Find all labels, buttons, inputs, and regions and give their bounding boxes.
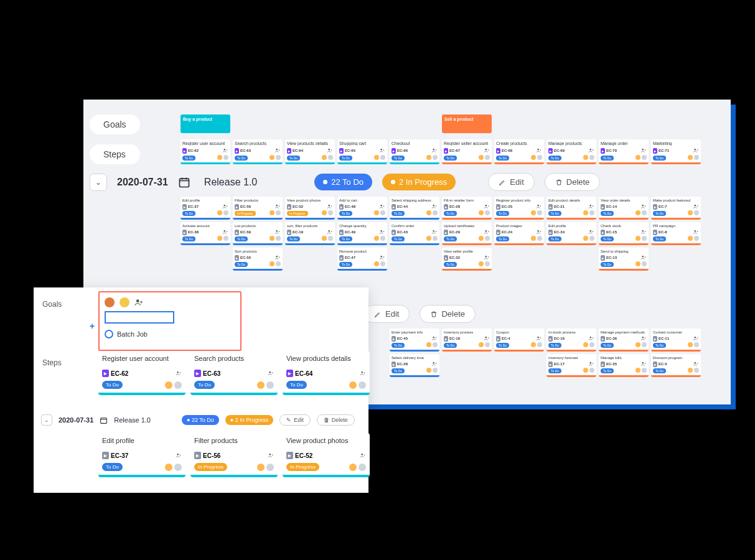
task-card[interactable]: Select delivery time▸EC-28To Do bbox=[390, 354, 439, 377]
goal-card-buy[interactable]: Buy a product bbox=[181, 114, 230, 133]
add-assignee-icon[interactable] bbox=[134, 298, 143, 307]
edit-button-2[interactable]: Edit bbox=[363, 305, 410, 323]
task-card[interactable]: Edit product details▸EC-21To Do bbox=[546, 197, 596, 220]
task-card[interactable]: Activate account▸EC-38To Do bbox=[181, 222, 230, 245]
task-card[interactable]: Manage bills▸EC-35To Do bbox=[599, 354, 649, 377]
inprogress-count-pill[interactable]: 2 In Progress bbox=[382, 174, 456, 190]
delete-button-front[interactable]: 🗑 Delete bbox=[317, 414, 355, 426]
task-card[interactable]: List products▸EC-59To Do bbox=[233, 222, 283, 245]
svg-point-22 bbox=[276, 230, 278, 232]
svg-point-52 bbox=[362, 454, 363, 455]
step-card[interactable]: View products details▸EC-64To Do bbox=[285, 139, 335, 164]
svg-point-41 bbox=[433, 362, 435, 364]
task-card[interactable]: View product photos▸EC-52In Progress bbox=[285, 197, 335, 220]
task-card[interactable]: Product images▸EC-24To Do bbox=[494, 222, 544, 245]
task-card[interactable]: Send to shipping▸EC-13To Do bbox=[599, 248, 649, 271]
edit-button-front[interactable]: ✎ Edit bbox=[279, 414, 311, 426]
step-card[interactable]: Manage products▸EC-69To Do bbox=[546, 139, 596, 164]
task-card[interactable]: Confirm order▸EC-43To Do bbox=[390, 222, 439, 245]
step-card-front[interactable]: Search products▸EC-63To Do bbox=[190, 351, 278, 395]
task-card[interactable]: Register product info▸EC-25To Do bbox=[494, 197, 544, 220]
step-card[interactable]: Manage order▸EC-70To Do bbox=[599, 139, 649, 164]
todo-pill-front[interactable]: ● 22 To Do bbox=[182, 415, 219, 425]
task-card-front[interactable]: Edit profile▸EC-37To Do bbox=[98, 433, 185, 477]
step-card-front[interactable]: View products details▸EC-64To Do bbox=[283, 351, 370, 395]
add-goal-icon[interactable]: + bbox=[90, 321, 95, 331]
svg-point-27 bbox=[538, 230, 540, 232]
svg-point-16 bbox=[485, 205, 487, 207]
svg-point-38 bbox=[590, 337, 592, 338]
svg-point-1 bbox=[276, 149, 278, 151]
steps-row: Register user account▸EC-62To Do Search … bbox=[181, 139, 701, 164]
svg-point-0 bbox=[224, 149, 226, 151]
gear-icon bbox=[105, 330, 113, 338]
task-card[interactable]: Inventory process▸EC-18To Do bbox=[442, 329, 492, 352]
svg-point-4 bbox=[433, 149, 435, 151]
svg-point-25 bbox=[433, 230, 435, 232]
task-card[interactable]: Edit profile▸EC-34To Do bbox=[546, 222, 596, 245]
release-name: Release 1.0 bbox=[204, 177, 257, 188]
todo-count-pill[interactable]: 22 To Do bbox=[314, 174, 372, 190]
task-card[interactable]: Remove product▸EC-47To Do bbox=[337, 248, 387, 271]
release-name-front: Release 1.0 bbox=[114, 416, 151, 424]
collapse-toggle-front[interactable]: ⌄ bbox=[41, 414, 52, 426]
task-card[interactable]: Coupon▸EC-4To Do bbox=[494, 329, 544, 352]
calendar-icon[interactable] bbox=[178, 176, 190, 189]
assign-popup: Batch Job bbox=[98, 291, 242, 351]
task-card[interactable]: Filter products▸EC-56In Progress bbox=[233, 197, 283, 220]
task-card[interactable]: PR campaign▸EC-8To Do bbox=[651, 222, 701, 245]
svg-point-45 bbox=[136, 299, 139, 302]
calendar-icon-front[interactable] bbox=[100, 416, 108, 424]
task-card[interactable]: In-stock process▸EC-16To Do bbox=[546, 329, 596, 352]
step-card[interactable]: Create products▸EC-68To Do bbox=[494, 139, 544, 164]
step-card[interactable]: Shopping cart▸EC-65To Do bbox=[337, 139, 387, 164]
task-card-front[interactable]: Filter products▸EC-56In Progress bbox=[190, 433, 278, 477]
task-card[interactable]: Change quantity▸EC-49To Do bbox=[337, 222, 387, 245]
delete-button[interactable]: Delete bbox=[545, 173, 601, 191]
step-card-front[interactable]: Register user account▸EC-62To Do bbox=[98, 351, 185, 395]
svg-point-17 bbox=[538, 205, 540, 207]
release-bar: ⌄ 2020-07-31 Release 1.0 22 To Do 2 In P… bbox=[90, 173, 600, 191]
release-bar-front: ⌄ 2020-07-31 Release 1.0 ● 22 To Do ● 2 … bbox=[41, 414, 355, 426]
edit-button[interactable]: Edit bbox=[488, 173, 534, 191]
batch-job-option[interactable]: Batch Job bbox=[105, 330, 235, 338]
svg-point-46 bbox=[177, 371, 179, 373]
task-card[interactable]: Discount program▸EC-5To Do bbox=[651, 354, 701, 377]
avatar-1[interactable] bbox=[105, 297, 115, 307]
task-card[interactable]: View seller profile▸EC-32To Do bbox=[442, 248, 492, 271]
task-card[interactable]: Contact customer▸EC-11To Do bbox=[651, 329, 701, 352]
step-card[interactable]: Search products▸EC-63To Do bbox=[233, 139, 283, 164]
task-card[interactable]: Inventory forecast▸EC-17To Do bbox=[546, 354, 596, 377]
task-card[interactable]: Add to cart▸EC-48To Do bbox=[337, 197, 387, 220]
svg-point-20 bbox=[695, 205, 696, 207]
task-card[interactable]: Upload certificates▸EC-29To Do bbox=[442, 222, 492, 245]
goal-card-sell[interactable]: Sell a product bbox=[442, 114, 492, 133]
task-card[interactable]: Check stock▸EC-15To Do bbox=[599, 222, 649, 245]
task-card[interactable]: Manage payment methods▸EC-36To Do bbox=[599, 329, 649, 352]
task-card[interactable]: Fill-in retailer form▸EC-28To Do bbox=[442, 197, 492, 220]
collapse-toggle[interactable]: ⌄ bbox=[90, 174, 107, 191]
popup-input[interactable] bbox=[105, 311, 174, 324]
inprog-pill-front[interactable]: ● 2 In Progress bbox=[225, 415, 273, 425]
task-card[interactable]: Enter payment info▸EC-45To Do bbox=[390, 329, 439, 352]
task-card[interactable]: Make product featured▸EC-7To Do bbox=[651, 197, 701, 220]
svg-point-13 bbox=[329, 205, 331, 207]
svg-point-35 bbox=[433, 337, 435, 338]
step-card[interactable]: Marketing▸EC-71To Do bbox=[651, 139, 701, 164]
svg-point-43 bbox=[642, 362, 644, 364]
svg-point-50 bbox=[177, 454, 179, 455]
task-card[interactable]: Select shipping address▸EC-44To Do bbox=[390, 197, 439, 220]
task-card[interactable]: Sort products▸EC-55To Do bbox=[233, 248, 283, 271]
step-card[interactable]: Register user account▸EC-62To Do bbox=[181, 139, 230, 164]
steps-label-front: Steps bbox=[42, 358, 62, 367]
step-card[interactable]: Checkout▸EC-66To Do bbox=[390, 139, 439, 164]
task-card[interactable]: Edit profile▸EC-37To Do bbox=[181, 197, 230, 220]
svg-point-2 bbox=[329, 149, 331, 151]
task-card-front[interactable]: View product photos▸EC-52In Progress bbox=[283, 433, 370, 477]
step-card[interactable]: Register seller account▸EC-67To Do bbox=[442, 139, 492, 164]
delete-button-2[interactable]: Delete bbox=[420, 305, 476, 323]
task-card[interactable]: sort, filter products▸EC-19To Do bbox=[285, 222, 335, 245]
task-card[interactable]: View order details▸EC-14To Do bbox=[599, 197, 649, 220]
svg-point-3 bbox=[381, 149, 383, 151]
avatar-2[interactable] bbox=[120, 297, 129, 307]
